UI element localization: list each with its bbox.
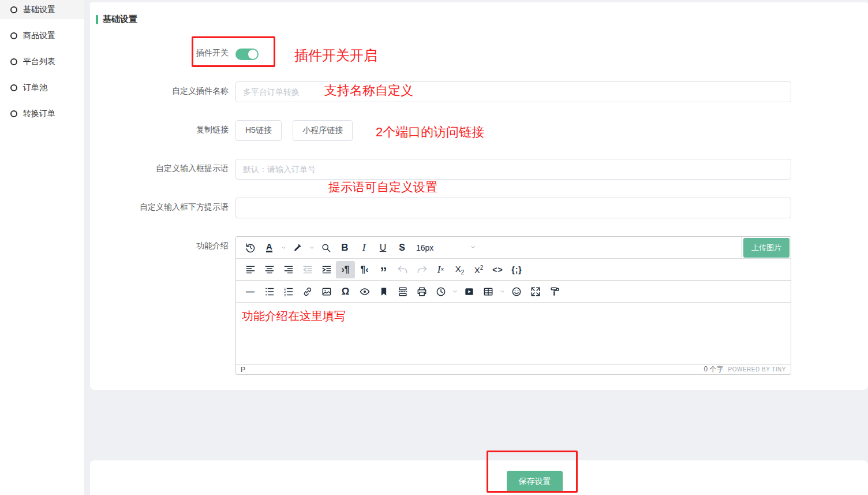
input-hint-label: 自定义输入框提示语 <box>90 159 229 174</box>
editor-image-button[interactable] <box>317 283 336 300</box>
font-size-select[interactable]: 16px <box>411 239 481 256</box>
editor-bold-button[interactable]: B <box>335 239 354 256</box>
sidebar-item-label: 订单池 <box>23 83 47 93</box>
chevron-down-icon[interactable] <box>279 239 288 256</box>
toggle-knob <box>248 50 257 59</box>
rich-text-editor: ABIUS16px 上传图片 ›¶¶‹”I×X2X2<>{;} —123Ω 功能… <box>235 236 791 375</box>
editor-subscript-button[interactable]: X2 <box>450 261 469 278</box>
editor-highlight-button[interactable] <box>288 239 307 256</box>
editor-format-painter-button[interactable] <box>545 283 564 300</box>
upload-image-button[interactable]: 上传图片 <box>743 238 790 258</box>
editor-charmap-button[interactable]: Ω <box>336 283 355 300</box>
input-hint-row: 自定义输入框提示语 <box>90 159 868 180</box>
editor-print-button[interactable] <box>412 283 431 300</box>
editor-align-center-button[interactable] <box>260 261 279 278</box>
editor-media-button[interactable] <box>459 283 478 300</box>
miniprogram-link-button[interactable]: 小程序链接 <box>293 120 353 141</box>
sidebar-item-product-settings[interactable]: 商品设置 <box>0 26 84 45</box>
superscript-icon: X2 <box>474 265 484 275</box>
editor-anchor-button[interactable] <box>374 283 393 300</box>
editor-blockquote-button[interactable]: ” <box>374 261 393 278</box>
editor-datetime-button[interactable] <box>431 283 450 300</box>
settings-card: 基础设置 插件开关 自定义插件名称 复制链接 H5链接 小程序链接 自定义输入框… <box>90 2 868 390</box>
blockquote-icon: ” <box>380 264 387 276</box>
editor-page-break-button[interactable] <box>393 283 412 300</box>
intro-label: 功能介绍 <box>90 236 229 251</box>
editor-strikethrough-button[interactable]: S <box>392 239 411 256</box>
fullscreen-icon <box>530 286 541 297</box>
editor-align-right-button[interactable] <box>279 261 298 278</box>
editor-align-left-button[interactable] <box>241 261 260 278</box>
element-path[interactable]: P <box>241 366 245 374</box>
page-title: 基础设置 <box>96 14 868 25</box>
input-hint-input[interactable] <box>235 159 791 180</box>
editor-unordered-list-button[interactable] <box>260 283 279 300</box>
sidebar-item-label: 转换订单 <box>23 109 55 119</box>
upload-image-area: 上传图片 <box>742 237 791 258</box>
below-hint-label: 自定义输入框下方提示语 <box>90 198 229 213</box>
redo-icon <box>416 264 428 276</box>
editor-restore-button[interactable] <box>241 239 260 256</box>
editor-preview-button[interactable] <box>355 283 374 300</box>
editor-content[interactable]: 功能介绍在这里填写 <box>236 303 791 364</box>
save-settings-button[interactable]: 保存设置 <box>507 471 563 492</box>
editor-toolbar-row3: —123Ω <box>236 281 791 303</box>
italic-icon: I <box>362 242 366 254</box>
align-right-icon <box>283 264 294 276</box>
sidebar-item-platform-list[interactable]: 平台列表 <box>0 52 84 71</box>
editor-search-button[interactable] <box>316 239 335 256</box>
sidebar-item-label: 商品设置 <box>23 31 55 41</box>
strikethrough-icon: S <box>399 243 405 253</box>
plugin-name-input[interactable] <box>235 81 791 102</box>
rtl-icon: ¶‹ <box>360 265 368 275</box>
below-hint-input[interactable] <box>235 198 791 218</box>
radio-circle-icon <box>10 58 17 65</box>
chevron-down-icon[interactable] <box>497 283 507 300</box>
radio-circle-icon <box>10 6 17 13</box>
search-icon <box>320 242 332 254</box>
print-icon <box>416 286 428 297</box>
sidebar-item-basic-settings[interactable]: 基础设置 <box>0 0 84 19</box>
editor-italic-button[interactable]: I <box>354 239 373 256</box>
editor-underline-button[interactable]: U <box>373 239 392 256</box>
editor-rtl-button[interactable]: ¶‹ <box>355 261 374 278</box>
forecolor-icon: A <box>266 243 272 252</box>
link-icon <box>302 286 313 297</box>
editor-link-button[interactable] <box>298 283 317 300</box>
editor-redo-button[interactable] <box>412 261 431 278</box>
editor-ltr-button[interactable]: ›¶ <box>336 261 355 278</box>
chevron-down-icon[interactable] <box>450 283 459 300</box>
editor-horizontal-rule-button[interactable]: — <box>241 283 260 300</box>
editor-remove-format-button[interactable]: I× <box>431 261 450 278</box>
unordered-list-icon <box>264 286 275 297</box>
media-icon <box>463 286 475 297</box>
copy-link-label: 复制链接 <box>90 120 229 135</box>
editor-indent-button[interactable] <box>317 261 336 278</box>
chevron-down-icon[interactable] <box>307 239 316 256</box>
editor-ordered-list-button[interactable]: 123 <box>279 283 298 300</box>
plugin-switch-toggle[interactable] <box>235 49 259 60</box>
editor-code-sample-button[interactable]: {;} <box>507 261 526 278</box>
editor-superscript-button[interactable]: X2 <box>469 261 488 278</box>
editor-code-button[interactable]: <> <box>488 261 507 278</box>
editor-outdent-button[interactable] <box>298 261 317 278</box>
code-icon: <> <box>492 265 503 274</box>
editor-emoticons-button[interactable] <box>507 283 526 300</box>
editor-undo-button[interactable] <box>393 261 412 278</box>
copy-link-row: 复制链接 H5链接 小程序链接 <box>90 120 868 141</box>
editor-fullscreen-button[interactable] <box>526 283 545 300</box>
indent-icon <box>321 264 332 276</box>
anchor-icon <box>378 286 390 297</box>
h5-link-button[interactable]: H5链接 <box>235 120 282 141</box>
plugin-switch-row: 插件开关 <box>90 46 868 60</box>
editor-table-button[interactable] <box>478 283 497 300</box>
font-size-value: 16px <box>416 243 433 252</box>
plugin-name-row: 自定义插件名称 <box>90 81 868 102</box>
sidebar-item-order-pool[interactable]: 订单池 <box>0 78 84 97</box>
intro-row: 功能介绍 ABIUS16px 上传图片 ›¶¶‹”I×X2X2<>{;} —12… <box>90 236 868 375</box>
editor-forecolor-button[interactable]: A <box>260 239 279 256</box>
preview-icon <box>359 286 371 297</box>
radio-circle-icon <box>10 110 17 117</box>
powered-by-tiny: POWERED BY TINY <box>728 366 786 373</box>
sidebar-item-convert-order[interactable]: 转换订单 <box>0 104 84 123</box>
